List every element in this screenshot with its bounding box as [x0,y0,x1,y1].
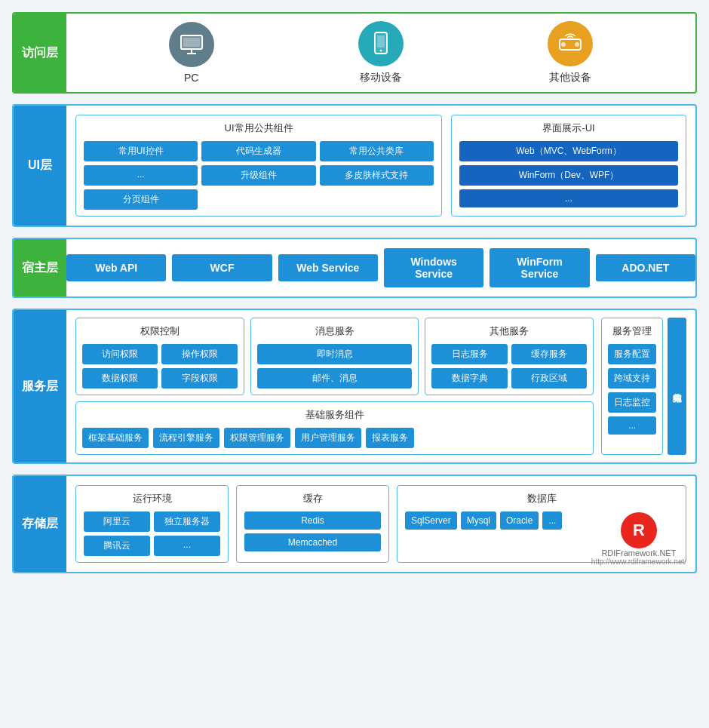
tag-log-monitor: 日志监控 [608,392,656,413]
service-mgmt-panel: 服务管理 服务配置 跨域支持 日志监控 ... [601,318,663,455]
mobile-label: 移动设备 [360,71,402,84]
tag-tencent: 腾讯云 [84,536,150,556]
service-base-panel: 基础服务组件 框架基础服务 流程引擎服务 权限管理服务 用户管理服务 报表服务 [75,401,594,455]
device-other: 其他设备 [548,21,593,84]
service-msg-tags: 即时消息 邮件、消息 [257,344,413,389]
host-layer-content: Web API WCF Web Service Windows Service … [66,239,695,296]
host-windowsservice: Windows Service [384,248,483,287]
ui-layer-content: UI常用公共组件 常用UI控件 代码生成器 常用公共类库 ... 升级组件 多皮… [66,106,695,226]
tag-ui-control: 常用UI控件 [84,141,198,161]
tag-field: 字段权限 [161,368,237,389]
ui-layer-label: UI层 [14,106,66,226]
tag-log: 日志服务 [431,344,507,364]
service-layer-label: 服务层 [14,310,66,462]
service-layer-content: 权限控制 访问权限 操作权限 数据权限 字段权限 消息服务 [66,310,695,462]
pc-label: PC [184,72,198,84]
ui-display-tags: Web（MVC、WebForm） WinForm（Dev、WPF） ... [459,141,678,207]
tag-mysql: Mysql [461,511,496,530]
tag-framework: 框架基础服务 [82,428,149,448]
service-mgmt-title: 服务管理 [608,324,656,338]
svg-rect-4 [183,38,200,47]
tag-instant-msg: 即时消息 [257,344,413,364]
tag-auth-mgmt: 权限管理服务 [224,428,290,448]
ui-display-panel: 界面展示-UI Web（MVC、WebForm） WinForm（Dev、WPF… [451,115,686,217]
storage-cache-tags: Redis Memcached [244,511,381,551]
service-mgmt-tags: 服务配置 跨域支持 日志监控 ... [608,344,656,435]
tag-web-mvc: Web（MVC、WebForm） [459,141,678,161]
ui-common-panel: UI常用公共组件 常用UI控件 代码生成器 常用公共类库 ... 升级组件 多皮… [75,115,442,217]
service-base-title: 基础服务组件 [82,408,587,422]
access-layer: 访问层 PC [12,12,697,94]
tag-ui-more: ... [84,165,198,186]
storage-env-title: 运行环境 [84,492,220,505]
ui-panels: UI常用公共组件 常用UI控件 代码生成器 常用公共类库 ... 升级组件 多皮… [75,115,686,217]
tag-access: 访问权限 [82,344,158,364]
watermark-logo: R [621,512,657,548]
access-layer-content: PC 移动设备 [66,14,695,92]
tag-db-more: ... [542,511,562,530]
watermark-brand: RDIFramework.NET [601,548,676,558]
service-auth-title: 权限控制 [82,324,238,338]
service-base-tags: 框架基础服务 流程引擎服务 权限管理服务 用户管理服务 报表服务 [82,428,587,448]
service-top-panels: 权限控制 访问权限 操作权限 数据权限 字段权限 消息服务 [75,318,594,395]
storage-db-title: 数据库 [405,492,678,505]
storage-layer-content: 运行环境 阿里云 独立服务器 腾讯云 ... 缓存 Redis Memcache… [66,476,695,572]
storage-env-tags: 阿里云 独立服务器 腾讯云 ... [84,511,220,556]
service-auth-panel: 权限控制 访问权限 操作权限 数据权限 字段权限 [75,318,244,395]
storage-env-panel: 运行环境 阿里云 独立服务器 腾讯云 ... [75,485,229,563]
pc-icon [169,22,214,67]
device-pc: PC [169,22,214,84]
access-layer-label: 访问层 [14,14,66,92]
tag-email-msg: 邮件、消息 [257,368,413,389]
dist-label: 集中分布式架构 [668,318,686,455]
storage-cache-panel: 缓存 Redis Memcached [236,485,389,563]
host-webapi: Web API [66,254,166,281]
svg-point-8 [379,50,382,52]
service-panels: 权限控制 访问权限 操作权限 数据权限 字段权限 消息服务 [75,318,686,455]
device-mobile: 移动设备 [358,21,404,84]
svg-rect-7 [377,35,385,48]
service-right-area: 服务管理 服务配置 跨域支持 日志监控 ... 集中分布式架构 [601,318,686,455]
tag-memcached: Memcached [244,533,381,551]
other-label: 其他设备 [549,71,591,84]
tag-operation: 操作权限 [161,344,237,364]
ui-display-title: 界面展示-UI [459,121,678,135]
tag-cors: 跨域支持 [608,368,656,389]
storage-cache-title: 缓存 [244,492,381,505]
service-msg-title: 消息服务 [257,324,413,338]
tag-server: 独立服务器 [154,511,220,532]
host-webservice: Web Service [278,254,378,281]
service-main-area: 权限控制 访问权限 操作权限 数据权限 字段权限 消息服务 [75,318,594,455]
watermark: R RDIFramework.NET http://www.rdiframewo… [591,512,686,566]
service-msg-panel: 消息服务 即时消息 邮件、消息 [250,318,419,395]
watermark-url: http://www.rdiframework.net/ [591,558,686,566]
architecture-diagram: 访问层 PC [12,12,697,573]
other-icon [548,21,593,66]
tag-user-mgmt: 用户管理服务 [295,428,361,448]
svg-point-11 [575,42,579,47]
mobile-icon [358,21,404,66]
storage-layer-label: 存储层 [14,476,66,572]
tag-oracle: Oracle [500,511,539,530]
tag-report: 报表服务 [366,428,414,448]
tag-env-more: ... [154,536,220,556]
tag-common-lib: 常用公共类库 [320,141,434,161]
host-adonet: ADO.NET [596,254,695,281]
tag-aliyun: 阿里云 [84,511,150,532]
ui-layer: UI层 UI常用公共组件 常用UI控件 代码生成器 常用公共类库 ... 升级组… [12,104,697,227]
service-layer: 服务层 权限控制 访问权限 操作权限 数据权限 字段权限 [12,309,697,464]
svg-point-10 [561,42,566,47]
service-other-panel: 其他服务 日志服务 缓存服务 数据字典 行政区域 [425,318,594,395]
host-wcf: WCF [172,254,272,281]
ui-common-tags: 常用UI控件 代码生成器 常用公共类库 ... 升级组件 多皮肤样式支持 分页组… [84,141,434,210]
tag-winform: WinForm（Dev、WPF） [459,165,678,186]
host-winformservice: WinForm Service [490,248,589,287]
tag-skin: 多皮肤样式支持 [320,165,434,186]
tag-dict: 数据字典 [431,368,507,389]
tag-code-gen: 代码生成器 [201,141,315,161]
tag-data: 数据权限 [82,368,158,389]
host-layer: 宿主层 Web API WCF Web Service Windows Serv… [12,238,697,298]
service-auth-tags: 访问权限 操作权限 数据权限 字段权限 [82,344,238,389]
service-other-tags: 日志服务 缓存服务 数据字典 行政区域 [431,344,587,389]
ui-common-title: UI常用公共组件 [84,121,434,135]
